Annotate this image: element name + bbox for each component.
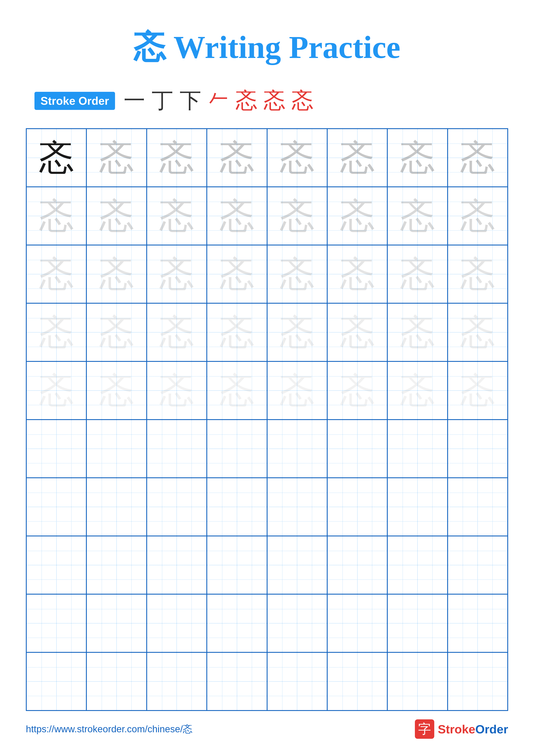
- grid-cell[interactable]: [87, 536, 146, 594]
- grid-cell[interactable]: [327, 536, 387, 594]
- grid-cell[interactable]: [267, 594, 327, 652]
- practice-char: 忞: [99, 315, 134, 350]
- grid-cell[interactable]: [387, 652, 447, 711]
- grid-cell[interactable]: 忞: [147, 187, 207, 245]
- grid-cell[interactable]: [147, 652, 207, 711]
- grid-cell[interactable]: [87, 419, 146, 478]
- footer-url[interactable]: https://www.strokeorder.com/chinese/忞: [26, 723, 192, 736]
- grid-cell[interactable]: [147, 478, 207, 536]
- grid-cell[interactable]: 忞: [327, 129, 387, 187]
- grid-cell[interactable]: 忞: [267, 303, 327, 362]
- grid-cell[interactable]: [207, 419, 267, 478]
- grid-cell[interactable]: [26, 478, 87, 536]
- grid-cell[interactable]: 忞: [327, 187, 387, 245]
- grid-cell[interactable]: [267, 478, 327, 536]
- logo-icon: 字: [415, 719, 434, 739]
- grid-cell[interactable]: [327, 652, 387, 711]
- grid-cell[interactable]: 忞: [327, 303, 387, 362]
- grid-cell[interactable]: 忞: [147, 362, 207, 419]
- grid-cell[interactable]: 忞: [447, 245, 508, 303]
- stroke-6: 忞: [264, 86, 285, 115]
- grid-cell[interactable]: [147, 594, 207, 652]
- practice-char: 忞: [39, 141, 74, 175]
- grid-cell[interactable]: 忞: [87, 245, 146, 303]
- grid-row-9: [26, 594, 508, 652]
- grid-cell[interactable]: 忞: [267, 362, 327, 419]
- grid-cell[interactable]: 忞: [387, 303, 447, 362]
- grid-cell[interactable]: 忞: [87, 303, 146, 362]
- stroke-2: 丁: [152, 86, 173, 115]
- stroke-order-badge: Stroke Order: [35, 92, 115, 110]
- grid-cell[interactable]: 忞: [147, 303, 207, 362]
- grid-cell[interactable]: [207, 652, 267, 711]
- grid-row-7: [26, 478, 508, 536]
- grid-row-4: 忞 忞: [26, 303, 508, 362]
- grid-cell[interactable]: 忞: [147, 245, 207, 303]
- grid-cell[interactable]: [387, 419, 447, 478]
- practice-char: 忞: [460, 373, 495, 408]
- practice-char: 忞: [340, 141, 375, 175]
- grid-cell[interactable]: 忞: [207, 362, 267, 419]
- grid-cell[interactable]: [447, 419, 508, 478]
- practice-char: 忞: [159, 373, 194, 408]
- grid-cell[interactable]: [327, 594, 387, 652]
- grid-cell[interactable]: [87, 478, 146, 536]
- grid-cell[interactable]: 忞: [387, 362, 447, 419]
- grid-cell[interactable]: 忞: [26, 362, 87, 419]
- grid-cell[interactable]: 忞: [26, 187, 87, 245]
- grid-cell[interactable]: 忞: [267, 187, 327, 245]
- grid-cell[interactable]: [26, 419, 87, 478]
- grid-row-5: 忞 忞: [26, 362, 508, 419]
- grid-cell[interactable]: [147, 536, 207, 594]
- grid-cell[interactable]: 忞: [267, 245, 327, 303]
- grid-cell[interactable]: [26, 594, 87, 652]
- grid-cell[interactable]: [447, 478, 508, 536]
- practice-char: 忞: [39, 257, 74, 291]
- grid-cell[interactable]: [447, 536, 508, 594]
- grid-cell[interactable]: 忞: [387, 245, 447, 303]
- grid-cell[interactable]: 忞: [327, 245, 387, 303]
- grid-cell[interactable]: 忞: [447, 187, 508, 245]
- grid-cell[interactable]: 忞: [26, 245, 87, 303]
- grid-cell[interactable]: [387, 536, 447, 594]
- grid-cell[interactable]: 忞: [447, 362, 508, 419]
- grid-cell[interactable]: 忞: [327, 362, 387, 419]
- grid-cell[interactable]: 忞: [447, 129, 508, 187]
- grid-cell[interactable]: 忞: [87, 362, 146, 419]
- grid-cell[interactable]: 忞: [267, 129, 327, 187]
- grid-cell[interactable]: [207, 478, 267, 536]
- grid-row-6: [26, 419, 508, 478]
- page-title: 忞 Writing Practice: [134, 26, 400, 69]
- grid-cell[interactable]: [26, 652, 87, 711]
- grid-cell[interactable]: 忞: [147, 129, 207, 187]
- grid-cell[interactable]: 忞: [387, 129, 447, 187]
- grid-cell[interactable]: 忞: [387, 187, 447, 245]
- grid-cell[interactable]: [327, 478, 387, 536]
- grid-cell[interactable]: 忞: [26, 303, 87, 362]
- grid-cell[interactable]: [327, 419, 387, 478]
- grid-cell[interactable]: 忞: [26, 129, 87, 187]
- grid-cell[interactable]: 忞: [87, 187, 146, 245]
- grid-cell[interactable]: 忞: [207, 245, 267, 303]
- grid-cell[interactable]: [267, 419, 327, 478]
- grid-cell[interactable]: [207, 536, 267, 594]
- grid-cell[interactable]: [147, 419, 207, 478]
- grid-cell[interactable]: 忞: [207, 303, 267, 362]
- grid-cell[interactable]: [26, 536, 87, 594]
- grid-cell[interactable]: [207, 594, 267, 652]
- practice-char: 忞: [99, 257, 134, 291]
- grid-cell[interactable]: [447, 594, 508, 652]
- practice-char: 忞: [220, 373, 254, 408]
- grid-cell[interactable]: [87, 652, 146, 711]
- grid-cell[interactable]: [447, 652, 508, 711]
- grid-cell[interactable]: [387, 478, 447, 536]
- grid-cell[interactable]: [387, 594, 447, 652]
- grid-cell[interactable]: 忞: [447, 303, 508, 362]
- grid-cell[interactable]: [87, 594, 146, 652]
- grid-cell[interactable]: [267, 536, 327, 594]
- grid-cell[interactable]: 忞: [207, 129, 267, 187]
- grid-cell[interactable]: 忞: [207, 187, 267, 245]
- grid-cell[interactable]: 忞: [87, 129, 146, 187]
- grid-row-3: 忞 忞: [26, 245, 508, 303]
- grid-cell[interactable]: [267, 652, 327, 711]
